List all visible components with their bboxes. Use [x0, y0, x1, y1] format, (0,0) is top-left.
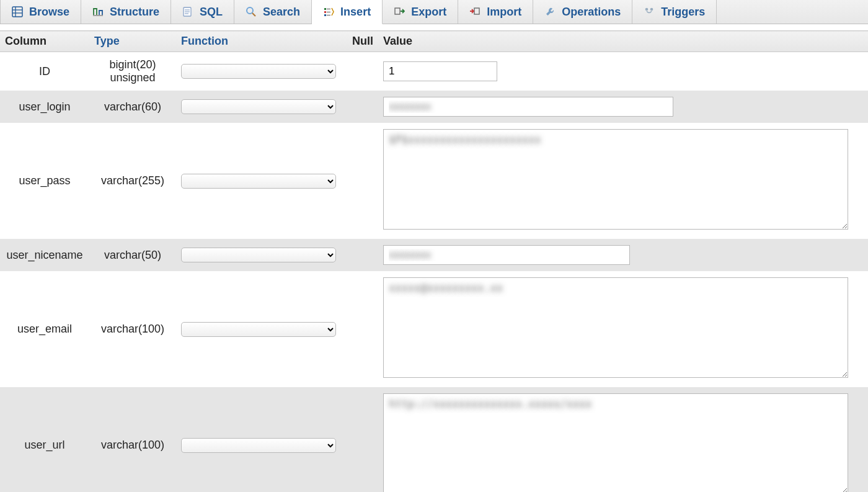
cell-column: ID	[0, 52, 89, 91]
cell-column: user_login	[0, 91, 89, 123]
svg-point-9	[247, 7, 253, 14]
browse-icon	[12, 6, 23, 17]
svg-rect-13	[324, 14, 326, 16]
tab-label: Triggers	[661, 6, 705, 19]
tab-search[interactable]: Search	[234, 0, 312, 24]
search-icon	[246, 6, 257, 17]
tab-structure[interactable]: Structure	[81, 0, 171, 24]
tab-operations[interactable]: Operations	[533, 0, 632, 24]
cell-type: varchar(255)	[89, 123, 176, 239]
insert-icon	[323, 6, 334, 17]
tab-label: SQL	[200, 6, 223, 19]
row-user-pass: user_pass varchar(255) $P$xxxxxxxxxxxxxx…	[0, 123, 868, 239]
header-value: Value	[378, 31, 868, 52]
svg-point-19	[645, 8, 649, 11]
header-null: Null	[347, 31, 378, 52]
tab-sql[interactable]: SQL	[171, 0, 234, 24]
tab-export[interactable]: Export	[383, 0, 458, 24]
cell-column: user_email	[0, 271, 89, 387]
svg-rect-12	[324, 11, 326, 13]
function-select[interactable]	[181, 438, 336, 453]
svg-point-20	[650, 8, 653, 11]
tab-label: Operations	[562, 6, 621, 19]
tab-label: Import	[487, 6, 521, 19]
cell-column: user_pass	[0, 123, 89, 239]
cell-column: user_url	[0, 387, 89, 492]
sql-icon	[182, 6, 193, 17]
function-select[interactable]	[181, 99, 336, 114]
cell-type: varchar(50)	[89, 239, 176, 271]
header-column: Column	[0, 31, 89, 52]
structure-icon	[92, 6, 104, 17]
tab-triggers[interactable]: Triggers	[632, 0, 717, 24]
svg-rect-17	[395, 8, 400, 14]
row-user-nicename: user_nicename varchar(50)	[0, 239, 868, 271]
triggers-icon	[644, 6, 655, 17]
value-input-user-nicename[interactable]	[383, 245, 630, 265]
header-row: Column Type Function Null Value	[0, 31, 868, 52]
header-function[interactable]: Function	[176, 31, 347, 52]
value-textarea-user-url[interactable]: http://xxxxxxxxxxxxxx.xxxxx/xxxx	[383, 393, 848, 492]
row-id: ID bigint(20) unsigned	[0, 52, 868, 91]
tab-label: Search	[263, 6, 300, 19]
form-body: ID bigint(20) unsigned user_login varcha…	[0, 52, 868, 493]
tab-insert[interactable]: Insert	[312, 0, 383, 24]
tab-label: Export	[411, 6, 446, 19]
cell-type: varchar(60)	[89, 91, 176, 123]
cell-column: user_nicename	[0, 239, 89, 271]
export-icon	[394, 6, 405, 17]
value-input-id[interactable]	[383, 61, 497, 81]
tab-browse[interactable]: Browse	[0, 0, 81, 24]
function-select[interactable]	[181, 64, 336, 79]
value-textarea-user-email[interactable]: xxxxx@xxxxxxxxx.xx	[383, 277, 848, 378]
cell-type: varchar(100)	[89, 387, 176, 492]
svg-rect-11	[324, 8, 326, 10]
insert-form-table: Column Type Function Null Value ID bigin…	[0, 30, 868, 492]
row-user-email: user_email varchar(100) xxxxx@xxxxxxxxx.…	[0, 271, 868, 387]
cell-type: bigint(20) unsigned	[89, 52, 176, 91]
import-icon	[469, 6, 480, 17]
function-select[interactable]	[181, 322, 336, 337]
row-user-url: user_url varchar(100) http://xxxxxxxxxxx…	[0, 387, 868, 492]
svg-rect-18	[474, 8, 479, 14]
value-textarea-user-pass[interactable]: $P$xxxxxxxxxxxxxxxxxxxxx	[383, 129, 848, 230]
wrench-icon	[544, 6, 556, 17]
row-user-login: user_login varchar(60)	[0, 91, 868, 123]
tab-label: Structure	[110, 6, 159, 19]
value-input-user-login[interactable]	[383, 97, 673, 117]
tab-import[interactable]: Import	[458, 0, 533, 24]
tabbar: Browse Structure SQL Search	[0, 0, 868, 24]
header-type[interactable]: Type	[89, 31, 176, 52]
function-select[interactable]	[181, 174, 336, 189]
svg-line-10	[252, 13, 255, 16]
cell-type: varchar(100)	[89, 271, 176, 387]
tab-label: Browse	[29, 6, 69, 19]
svg-rect-0	[12, 7, 22, 17]
tab-label: Insert	[340, 6, 371, 19]
function-select[interactable]	[181, 248, 336, 262]
